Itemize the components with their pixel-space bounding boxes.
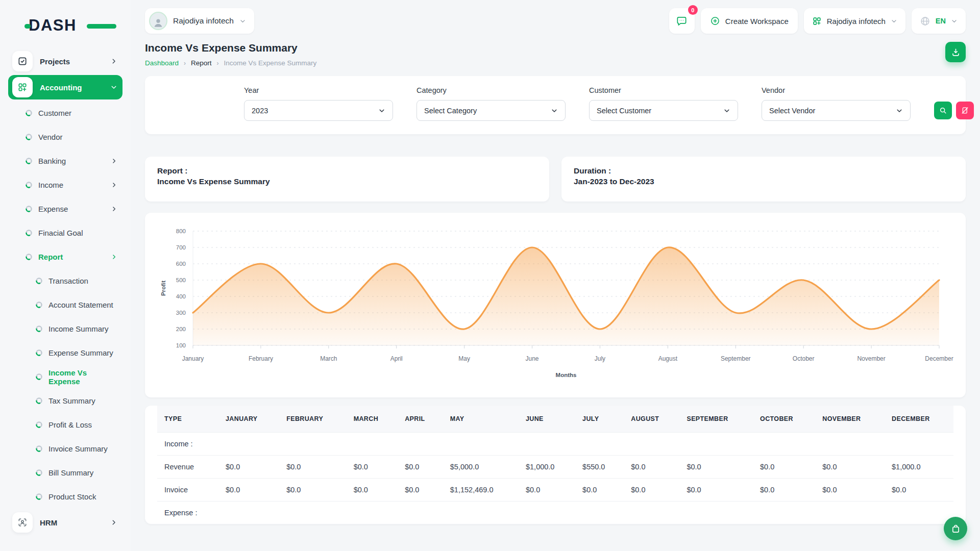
svg-text:100: 100 [176, 342, 186, 348]
svg-text:March: March [320, 355, 337, 362]
row-label: Revenue [157, 456, 218, 479]
breadcrumb-dashboard[interactable]: Dashboard [145, 59, 179, 67]
download-icon [951, 47, 961, 57]
sidebar-item-label: Accounting [40, 83, 82, 92]
svg-text:September: September [721, 355, 751, 362]
reset-filter-button[interactable] [956, 102, 974, 119]
chevron-right-icon [110, 519, 117, 526]
sidebar-item-income-summary[interactable]: Income Summary [8, 317, 122, 341]
sidebar-item-expense-summary[interactable]: Expense Summary [8, 341, 122, 365]
cell: $0.0 [398, 456, 443, 479]
chevron-right-icon [110, 58, 117, 65]
breadcrumb-report[interactable]: Report [191, 59, 212, 67]
sidebar-item-label: Invoice Summary [48, 444, 108, 453]
svg-text:Profit: Profit [160, 281, 166, 296]
sidebar-item-label: Projects [40, 57, 70, 66]
report-card-value: Income Vs Expense Summary [157, 177, 537, 186]
svg-text:800: 800 [176, 228, 186, 234]
sidebar-item-label: Report [38, 253, 63, 261]
sidebar-item-account-statement[interactable]: Account Statement [8, 293, 122, 317]
bullet-ring-icon [36, 278, 42, 284]
sidebar-item-tax-summary[interactable]: Tax Summary [8, 389, 122, 413]
cell: $0.0 [575, 479, 624, 502]
bullet-ring-icon [36, 445, 42, 452]
sidebar-item-bill-summary[interactable]: Bill Summary [8, 461, 122, 485]
topbar-right: 0 Create Workspace Rajodiya infotech EN [669, 8, 966, 34]
grid-plus-icon [12, 77, 33, 97]
shopping-bag-fab[interactable] [944, 517, 967, 540]
apply-filter-button[interactable] [934, 102, 952, 119]
cell: $0.0 [398, 479, 443, 502]
sidebar-item-profit-loss[interactable]: Profit & Loss [8, 413, 122, 437]
page-header: Income Vs Expense Summary Dashboard › Re… [145, 42, 966, 67]
duration-card-title: Duration : [574, 166, 953, 176]
customer-select[interactable]: Select Customer [589, 100, 738, 121]
sidebar-item-finacial-goal[interactable]: Finacial Goal [8, 221, 122, 245]
sidebar-item-expense[interactable]: Expense [8, 197, 122, 221]
sidebar-item-product-stock[interactable]: Product Stock [8, 485, 122, 509]
category-select-value: Select Category [424, 107, 477, 115]
sidebar-item-banking[interactable]: Banking [8, 149, 122, 173]
chevron-right-icon: › [217, 60, 219, 67]
create-workspace-button[interactable]: Create Workspace [701, 8, 798, 34]
svg-text:April: April [390, 355, 403, 362]
main-content: Rajodiya infotech 0 Create Workspace Raj… [131, 0, 980, 524]
svg-text:500: 500 [176, 277, 186, 283]
sidebar-item-hrm[interactable]: HRM [8, 510, 122, 535]
sidebar-item-invoice-summary[interactable]: Invoice Summary [8, 437, 122, 461]
person-scan-icon [12, 512, 33, 533]
sidebar-item-transaction[interactable]: Transaction [8, 269, 122, 293]
sidebar-item-customer[interactable]: Customer [8, 101, 122, 125]
table-row-invoice: Invoice $0.0 $0.0 $0.0 $0.0 $1,152,469.0… [157, 479, 953, 502]
table-section-row-income: Income : [157, 433, 953, 456]
bullet-ring-icon [26, 158, 32, 164]
bullet-ring-icon [26, 230, 32, 236]
sidebar-item-vendor[interactable]: Vendor [8, 125, 122, 149]
workspace-user-pill[interactable]: Rajodiya infotech [145, 8, 254, 34]
checkbox-icon [12, 51, 33, 71]
sidebar-item-income[interactable]: Income [8, 173, 122, 197]
svg-text:700: 700 [176, 244, 186, 251]
sidebar-item-report[interactable]: Report [8, 245, 122, 269]
category-select[interactable]: Select Category [416, 100, 566, 121]
search-icon [939, 106, 947, 115]
messages-button[interactable]: 0 [669, 8, 695, 34]
report-card-title: Report : [157, 166, 537, 176]
duration-card-value: Jan-2023 to Dec-2023 [574, 177, 953, 186]
vendor-select[interactable]: Select Vendor [762, 100, 911, 121]
report-summary-card: Report : Income Vs Expense Summary [145, 157, 549, 202]
workspace-dropdown[interactable]: Rajodiya infotech [804, 8, 905, 34]
breadcrumb-current: Income Vs Expense Summary [224, 59, 317, 67]
bullet-ring-icon [36, 421, 42, 428]
section-label: Expense : [157, 502, 953, 524]
column-header: MAY [443, 406, 519, 433]
sidebar-item-label: Income Summary [48, 324, 109, 333]
cell: $0.0 [624, 479, 679, 502]
year-select[interactable]: 2023 [244, 100, 393, 121]
cell: $0.0 [279, 456, 347, 479]
svg-text:August: August [658, 355, 678, 362]
message-bubble-icon [676, 15, 688, 27]
profit-area-chart: 100200300400500600700800JanuaryFebruaryM… [157, 222, 953, 390]
sidebar-item-income-vs-expense[interactable]: Income Vs Expense [8, 365, 122, 389]
column-header: AUGUST [624, 406, 679, 433]
svg-text:February: February [249, 355, 273, 362]
language-dropdown[interactable]: EN [912, 8, 966, 34]
grid-plus-icon [812, 16, 822, 26]
logo-dot-icon [24, 24, 31, 29]
bullet-ring-icon [36, 349, 42, 356]
page-title: Income Vs Expense Summary [145, 42, 316, 54]
table-row-revenue: Revenue $0.0 $0.0 $0.0 $0.0 $5,000.0 $1,… [157, 456, 953, 479]
sidebar-item-label: Vendor [38, 133, 63, 141]
sidebar-item-projects[interactable]: Projects [8, 49, 122, 73]
sidebar-item-label: Customer [38, 109, 71, 117]
svg-text:July: July [595, 355, 605, 362]
chevron-down-icon [551, 107, 558, 114]
chevron-down-icon [723, 107, 730, 114]
sidebar-item-accounting[interactable]: Accounting [8, 75, 122, 99]
cell: $0.0 [679, 456, 753, 479]
cell: $0.0 [624, 456, 679, 479]
download-button[interactable] [945, 42, 966, 62]
svg-text:May: May [458, 355, 470, 362]
table-section-row-expense: Expense : [157, 502, 953, 524]
